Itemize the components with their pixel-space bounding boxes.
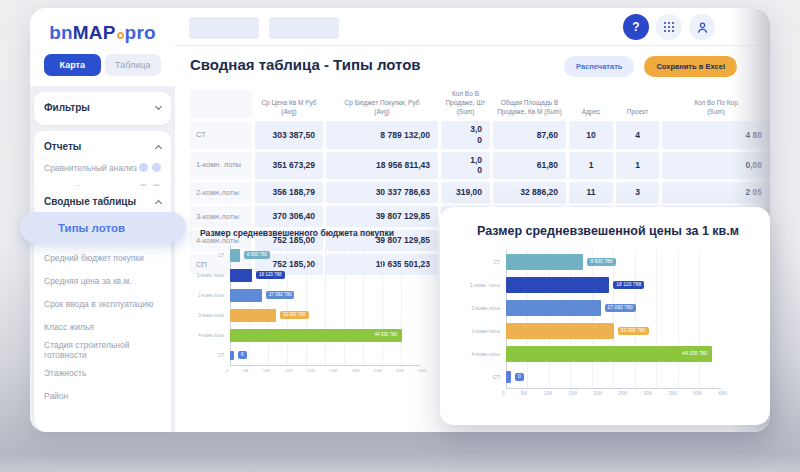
x-tick-label: 40М xyxy=(396,368,404,373)
chart-bar-row: 2-комн.лоты27 092 780 xyxy=(460,296,756,319)
column-header: Проект xyxy=(616,90,659,118)
row-label-cell: СТ xyxy=(190,121,252,148)
data-bar[interactable]: 44 330 780 xyxy=(230,329,402,342)
chevron-up-icon xyxy=(155,199,162,206)
table-cell: 32 886,20 xyxy=(493,182,566,203)
pivot-section-header[interactable]: Сводные таблицы xyxy=(44,193,161,212)
desktop-background: bnMAPpro Карта Таблица Фильтры Отчеты xyxy=(0,0,800,472)
topbar-icons: ? xyxy=(623,14,715,40)
chart-title: Размер средневзвешенной цены за 1 кв.м xyxy=(460,224,756,238)
bar-value-badge: 0 xyxy=(515,373,524,381)
y-axis-label: 2-комн.лоты xyxy=(190,293,230,298)
x-axis-line xyxy=(230,365,420,366)
y-axis-label: 4-комн.лоты xyxy=(460,351,506,357)
sidebar-item-label: Класс жилья xyxy=(44,322,94,332)
bar-area: 18 120 788 xyxy=(506,277,721,293)
reports-section-header[interactable]: Отчеты xyxy=(44,138,161,157)
bar-area: 44 330 780 xyxy=(230,329,420,342)
user-button[interactable] xyxy=(689,14,715,40)
table-cell: 3 xyxy=(616,182,659,203)
data-bar[interactable] xyxy=(506,323,614,339)
sidebar-item-pivot[interactable]: Срок ввода в эксплуатацию xyxy=(44,292,161,315)
y-axis-label: СТ xyxy=(460,259,506,265)
print-button[interactable]: Распечатать xyxy=(564,56,634,77)
data-bar[interactable] xyxy=(506,300,601,316)
sidebar-item-label: Сравнительный анализ xyxy=(44,163,137,173)
y-axis-line xyxy=(506,250,507,388)
help-button[interactable]: ? xyxy=(623,14,649,40)
x-tick-label: 30М xyxy=(352,368,360,373)
reports-section-title: Отчеты xyxy=(44,141,81,152)
sidebar-item-label: Район xyxy=(44,391,68,401)
tab-table[interactable]: Таблица xyxy=(105,54,162,76)
column-header: Общая Площадь В Продаже, Кв М (Sum) xyxy=(493,90,566,118)
logo-text-pro: pro xyxy=(125,22,156,43)
x-tick-label: 45М xyxy=(418,368,426,373)
x-tick-label: 20М xyxy=(593,391,602,396)
x-tick-label: 10М xyxy=(263,368,271,373)
bar-value-badge: 44 330 780 xyxy=(679,350,710,358)
column-header: Кол Во По Кор (Sum) xyxy=(662,90,770,118)
data-bar[interactable] xyxy=(230,249,240,262)
bar-value-badge: 8 930 780 xyxy=(244,251,270,259)
chart-bar-row: 4-комн.лоты44 330 780 xyxy=(460,342,756,365)
table-cell: 2 05 xyxy=(662,182,770,203)
table-cell: 351 673,29 xyxy=(255,152,323,179)
table-cell: 61,80 xyxy=(493,152,566,179)
bar-value-badge: 44 330 780 xyxy=(371,331,400,339)
table-cell: 1 xyxy=(616,152,659,179)
y-axis-label: 2-комн.лоты xyxy=(460,305,506,311)
bar-value-badge: 33 092 780 xyxy=(280,311,309,319)
data-bar[interactable] xyxy=(230,269,252,282)
x-axis-ticks: 05М10М15М20М25М30М35М40М45М xyxy=(502,391,727,396)
table-cell: 30 337 786,63 xyxy=(326,182,438,203)
data-bar[interactable] xyxy=(506,277,609,293)
sidebar-top: bnMAPpro Карта Таблица xyxy=(30,8,175,86)
filters-toggle[interactable]: Фильтры xyxy=(44,99,161,118)
apps-grid-button[interactable] xyxy=(656,14,682,40)
bar-area: 8 930 780 xyxy=(230,249,420,262)
x-tick-label: 20М xyxy=(307,368,315,373)
table-cell: 10 xyxy=(569,121,613,148)
x-axis-line xyxy=(506,388,721,389)
table-cell: 4 xyxy=(616,121,659,148)
title-row: Сводная таблица - Типы лотов Распечатать… xyxy=(190,56,770,82)
topbar-placeholder-1[interactable] xyxy=(189,17,259,39)
sidebar-item-pivot[interactable]: Стадия строительной готовности xyxy=(44,338,161,361)
sidebar: bnMAPpro Карта Таблица Фильтры Отчеты xyxy=(30,8,175,432)
x-tick-label: 45М xyxy=(718,391,727,396)
x-tick-label: 5М xyxy=(521,391,527,396)
logo-text-bn: bn xyxy=(49,22,73,43)
sidebar-item-lot-types-active[interactable]: Типы лотов xyxy=(20,212,186,243)
chart-plot: СТ8 930 7801-комн. лоты18 120 7882-комн.… xyxy=(460,250,756,388)
y-axis-label: СП xyxy=(460,374,506,380)
save-excel-button[interactable]: Сохранить в Excel xyxy=(644,56,737,77)
topbar-placeholder-2[interactable] xyxy=(269,17,339,39)
data-bar[interactable] xyxy=(506,254,583,270)
data-bar[interactable] xyxy=(230,289,262,302)
sidebar-item-pivot[interactable]: Класс жилья xyxy=(44,315,161,338)
data-bar[interactable] xyxy=(230,351,234,360)
table-cell: 1,0 0 xyxy=(441,152,490,179)
question-mark-icon: ? xyxy=(632,20,639,34)
y-axis-label: 1-комн. лоты xyxy=(190,273,230,278)
data-bar[interactable] xyxy=(506,371,511,383)
data-bar[interactable] xyxy=(230,309,276,322)
table-cell: 3,0 0 xyxy=(441,121,490,148)
app-logo: bnMAPpro xyxy=(40,22,165,44)
bar-area: 0 xyxy=(506,371,721,383)
price-chart-card: Размер средневзвешенной цены за 1 кв.мСТ… xyxy=(440,207,770,425)
tab-map[interactable]: Карта xyxy=(44,54,101,76)
sidebar-item-report[interactable]: Сравнительный анализ xyxy=(44,157,161,178)
sidebar-item-pivot[interactable]: Средняя цена за кв.м. xyxy=(44,269,161,292)
x-tick-label: 25М xyxy=(618,391,627,396)
view-switcher: Карта Таблица xyxy=(44,54,161,76)
table-row: 2-комн.лоты356 188,7930 337 786,63319,00… xyxy=(190,182,770,203)
bar-area: 0 xyxy=(230,351,420,360)
data-bar[interactable]: 44 330 780 xyxy=(506,346,712,362)
row-label-cell: 2-комн.лоты xyxy=(190,182,252,203)
sidebar-item-pivot[interactable]: Средний бюджет покупки xyxy=(44,246,161,269)
sidebar-item-pivot[interactable]: Район xyxy=(44,384,161,407)
chevron-down-icon xyxy=(155,103,162,110)
sidebar-item-pivot[interactable]: Этажность xyxy=(44,361,161,384)
